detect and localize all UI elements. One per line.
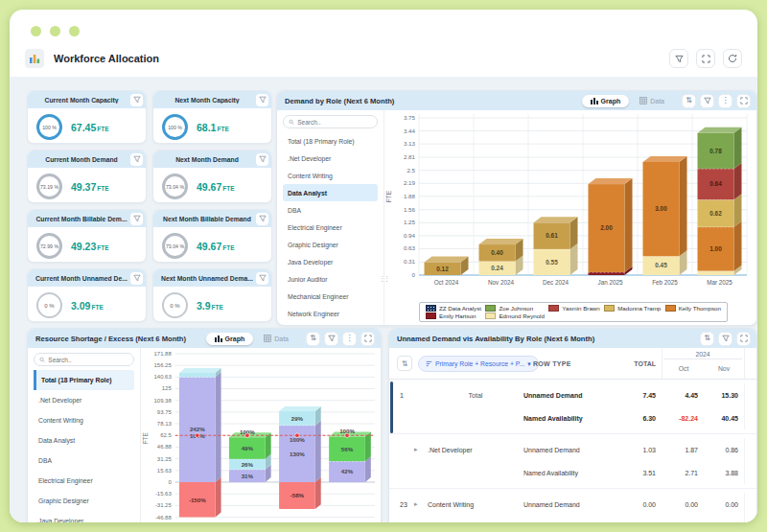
svg-text:2.00: 2.00	[600, 224, 613, 231]
svg-text:0.63: 0.63	[404, 244, 416, 251]
svg-text:49%: 49%	[242, 445, 254, 451]
empty-cell	[744, 461, 756, 484]
data-toggle-button[interactable]: Data	[631, 95, 673, 107]
window-dot[interactable]	[50, 26, 60, 36]
role-item[interactable]: Java Developer	[34, 511, 134, 522]
role-item[interactable]: Electrical Engineer	[283, 219, 378, 236]
filter-icon[interactable]	[324, 332, 338, 346]
unnamed-demand-table-panel: Unnamed Demand vis Availability By Role …	[388, 328, 757, 522]
kebab-icon[interactable]: ⋮	[718, 94, 732, 108]
legend-item[interactable]: Emily Hartson	[426, 312, 481, 319]
expand-caret-icon[interactable]: ▸	[414, 438, 428, 461]
window-dot[interactable]	[69, 26, 80, 36]
kpi-number: 67.45	[71, 122, 96, 133]
filter-icon[interactable]	[256, 153, 268, 166]
svg-text:3.44: 3.44	[404, 127, 416, 134]
refresh-icon[interactable]	[723, 49, 742, 68]
filter-icon[interactable]	[256, 94, 268, 106]
legend-item[interactable]: Yasmin Brawn	[548, 305, 599, 312]
filter-icon[interactable]	[669, 49, 688, 68]
expand-caret-icon[interactable]: ▸	[414, 493, 428, 516]
kpi-value: 49.23FTE	[71, 241, 109, 252]
legend-item[interactable]: Madonna Tramp	[604, 305, 661, 312]
panel-title: Resource Shortage / Excess (Next 6 Month…	[35, 335, 202, 343]
fullscreen-icon[interactable]	[736, 94, 751, 108]
fullscreen-icon[interactable]	[736, 332, 751, 346]
kebab-icon[interactable]: ⋮	[342, 332, 357, 346]
kpi-number: 49.67	[197, 241, 221, 252]
window-dot[interactable]	[31, 26, 41, 36]
role-cell[interactable]: Content Writing	[428, 493, 523, 516]
graph-toggle-button[interactable]: Graph	[582, 95, 630, 107]
role-cell[interactable]: .Net Developer	[428, 438, 523, 461]
legend-item[interactable]: ZZ Data Analyst	[426, 305, 481, 312]
role-item[interactable]: Content Writing	[283, 167, 378, 184]
vertical-scrollbar[interactable]	[390, 382, 393, 433]
role-item[interactable]: .Net Developer	[283, 150, 378, 167]
role-item[interactable]: Graphic Designer	[34, 491, 134, 511]
svg-text:0.12: 0.12	[436, 266, 449, 272]
role-item[interactable]: DBA	[283, 201, 378, 219]
data-toggle-button[interactable]: Data	[255, 333, 297, 345]
kpi-value: 49.67FTE	[197, 181, 235, 193]
role-item[interactable]: Total (18 Primary Role)	[34, 370, 134, 390]
resource-shortage-panel: Resource Shortage / Excess (Next 6 Month…	[27, 328, 382, 522]
filter-icon[interactable]	[256, 272, 268, 285]
role-item[interactable]: .Net Developer	[34, 390, 134, 410]
svg-text:FTE: FTE	[385, 190, 392, 202]
role-item[interactable]: Graphic Designer	[283, 236, 378, 253]
role-item[interactable]: Total (18 Primary Role)	[283, 132, 378, 150]
svg-text:0.62: 0.62	[709, 210, 722, 217]
kpi-card-header: Next Month Demand	[153, 150, 271, 168]
fullscreen-icon[interactable]	[360, 332, 375, 346]
empty-cell	[744, 406, 756, 429]
legend-item[interactable]: Kelly Thompson	[665, 305, 721, 312]
month-header[interactable]: Oct	[663, 365, 704, 372]
filter-icon[interactable]	[130, 153, 143, 166]
role-item[interactable]: Data Analyst	[283, 184, 378, 201]
filter-icon[interactable]	[130, 272, 143, 285]
filter-icon[interactable]	[130, 213, 143, 225]
fullscreen-icon[interactable]	[696, 49, 715, 68]
legend-label: Kelly Thompson	[679, 305, 721, 312]
dashboard-content: Current Month Capacity100 %67.45FTENext …	[10, 77, 757, 522]
month-value: 0.86	[704, 438, 744, 461]
role-item[interactable]: Content Writing	[34, 410, 134, 430]
role-item[interactable]: Java Developer	[283, 253, 378, 270]
legend-item[interactable]: Edmund Reynold	[485, 312, 544, 319]
column-divider	[662, 348, 662, 379]
svg-text:0.45: 0.45	[655, 262, 667, 268]
grouping-pill[interactable]: Primary Role + Resource + P... ▾	[418, 356, 539, 372]
role-item[interactable]: Data Analyst	[34, 430, 134, 451]
row-type-cell: Unnamed Demand	[523, 438, 616, 461]
role-item[interactable]: Mechanical Engineer	[283, 288, 378, 305]
filter-icon[interactable]	[718, 332, 732, 346]
filter-icon[interactable]	[700, 94, 714, 108]
sort-icon[interactable]: ⇅	[306, 332, 320, 346]
search-input[interactable]	[297, 119, 372, 126]
svg-text:-150%: -150%	[189, 497, 206, 503]
graph-toggle-button[interactable]: Graph	[206, 333, 254, 345]
month-value: 4.45	[662, 383, 704, 406]
search-input[interactable]	[48, 357, 128, 363]
sort-icon[interactable]: ⇅	[700, 332, 714, 346]
role-item[interactable]: DBA	[34, 451, 134, 471]
kpi-value: 67.45FTE	[71, 122, 109, 133]
svg-text:-58%: -58%	[291, 492, 305, 498]
svg-text:62.5: 62.5	[160, 432, 172, 438]
role-item[interactable]: Network Engineer	[283, 305, 378, 322]
svg-text:78.13: 78.13	[157, 421, 173, 427]
svg-text:171.88: 171.88	[154, 351, 173, 357]
role-item[interactable]: Electrical Engineer	[34, 471, 134, 491]
svg-text:Feb 2025: Feb 2025	[652, 279, 678, 286]
filter-icon[interactable]	[130, 94, 143, 106]
sort-icon[interactable]: ⇅	[682, 94, 696, 108]
svg-text:0: 0	[412, 271, 416, 278]
month-header[interactable]: Nov	[704, 365, 744, 372]
svg-text:-15.63: -15.63	[155, 491, 173, 497]
total-value: 0.98	[616, 516, 662, 522]
legend-item[interactable]: Zoe Johnson	[485, 305, 544, 312]
role-item[interactable]: Junior Auditor	[283, 270, 378, 288]
filter-icon[interactable]	[256, 213, 268, 225]
sort-stepper-icon[interactable]: ⇅	[397, 356, 412, 371]
